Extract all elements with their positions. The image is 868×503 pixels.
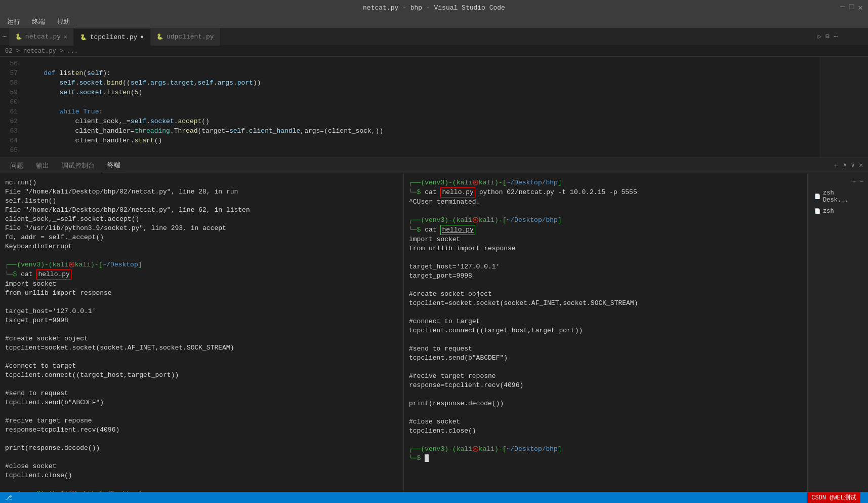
menu-terminal[interactable]: 终端 xyxy=(30,16,47,27)
tab-netcat[interactable]: 🐍 netcat.py ✕ xyxy=(9,28,74,46)
code-area[interactable]: def listen(self): self.socket.bind((self… xyxy=(23,57,820,158)
tr-dash2: )-( xyxy=(444,216,456,224)
terminal-file-icon-1: 📄 xyxy=(814,194,820,200)
tl-cmd-1: └─$ cat hello.py xyxy=(5,269,398,280)
terminal-sidebar-zsh-desk[interactable]: 📄 zsh Desk... xyxy=(810,187,865,206)
tl-comment-send: #send to request xyxy=(5,389,398,398)
tab-netcat-label: netcat.py xyxy=(25,33,61,41)
tr-bracket1: ┌──( xyxy=(409,179,425,186)
tr-close: tcpclient.close() xyxy=(409,427,802,436)
minimap xyxy=(820,57,868,158)
tr-cat-text: cat xyxy=(425,226,440,234)
tl-prompt-dash1: )-( xyxy=(40,261,52,268)
editor-area: 56 57 58 59 60 61 62 63 64 65 def listen… xyxy=(0,57,868,158)
terminal-left[interactable]: nc.run() File "/home/kali/Desktop/bhp/02… xyxy=(0,173,404,503)
tr-kali3: kali xyxy=(457,445,472,453)
panel-tab-debug[interactable]: 调试控制台 xyxy=(57,158,100,173)
tl-bracket-close1: )-[ xyxy=(91,261,102,268)
tr-dash1: )-( xyxy=(444,179,456,186)
tl-comment-close: #close socket xyxy=(5,462,398,471)
tr-send: tcpclient.send(b"ABCDEF") xyxy=(409,354,802,363)
panel-add-btn[interactable]: ＋ xyxy=(833,161,839,170)
tr-blank-3 xyxy=(409,281,802,290)
more-actions-btn[interactable]: ⋯ xyxy=(834,32,838,41)
breadcrumb: 02 > netcat.py > ... xyxy=(0,46,868,57)
menu-run[interactable]: 运行 xyxy=(5,16,22,27)
terminal-sidebar-zsh[interactable]: 📄 zsh xyxy=(810,206,865,217)
tab-collapse-btn[interactable]: ⋯ xyxy=(0,28,9,45)
tr-rest-cmd: python 02/netcat.py -t 10.0.2.15 -p 5555 xyxy=(475,188,637,196)
tl-blank-1 xyxy=(5,251,398,260)
panel-area: 问题 输出 调试控制台 终端 ＋ ∧ ∨ ✕ nc.run() File "/h… xyxy=(0,158,868,503)
tr-cmd-1: └─$ cat hello.py python 02/netcat.py -t … xyxy=(409,187,802,198)
tl-cmd-text: cat xyxy=(21,270,36,278)
panel-up-btn[interactable]: ∧ xyxy=(843,161,847,170)
close-btn[interactable]: ✕ xyxy=(858,3,863,13)
tr-connect: tcpclient.connect((target_host,target_po… xyxy=(409,326,802,335)
tl-line-5: client_sock,_=self.socket.accept() xyxy=(5,215,398,224)
breadcrumb-path: 02 > netcat.py > ... xyxy=(5,48,78,55)
terminal-left-content: nc.run() File "/home/kali/Desktop/bhp/02… xyxy=(5,178,398,503)
tcpclient-file-icon: 🐍 xyxy=(80,34,87,41)
tab-udpclient-label: udpclient.py xyxy=(167,33,214,41)
tr-kali2: kali xyxy=(457,216,472,224)
tab-netcat-close[interactable]: ✕ xyxy=(64,33,67,40)
code-line-60 xyxy=(28,97,820,107)
panel-down-btn[interactable]: ∨ xyxy=(851,161,855,170)
window-controls[interactable]: ─ □ ✕ xyxy=(840,3,863,13)
tab-udpclient[interactable]: 🐍 udpclient.py xyxy=(150,28,221,46)
tl-blank-5 xyxy=(5,380,398,389)
panel-tab-issues[interactable]: 问题 xyxy=(5,158,28,173)
tr-sym2: └─$ xyxy=(409,226,425,234)
terminal-right-content: ┌──(venv3)-(kali㉿kali)-[~/Desktop/bhp] └… xyxy=(409,178,802,463)
terminal-right[interactable]: ┌──(venv3)-(kali㉿kali)-[~/Desktop/bhp] └… xyxy=(404,173,807,503)
tr-venv3: venv3 xyxy=(425,445,444,453)
tr-hello-highlight: hello.py xyxy=(440,187,475,198)
tr-import-socket: import socket xyxy=(409,235,802,244)
panel-close-btn[interactable]: ✕ xyxy=(859,161,863,170)
panel-tab-terminal[interactable]: 终端 xyxy=(102,158,126,173)
menu-help[interactable]: 帮助 xyxy=(55,16,72,27)
tl-blank-4 xyxy=(5,353,398,362)
tr-dir-bracket4: ] xyxy=(558,216,562,224)
tab-bar: ⋯ 🐍 netcat.py ✕ 🐍 tcpclient.py ● 🐍 udpcl… xyxy=(0,28,868,46)
line-63: 63 xyxy=(0,126,23,136)
tr-dir-bracket1: )-[ xyxy=(494,179,506,186)
tl-blank-2 xyxy=(5,298,398,307)
tl-close: tcpclient.close() xyxy=(5,471,398,480)
terminal-add-icon[interactable]: ＋ xyxy=(851,178,857,185)
tr-cat-cmd: cat xyxy=(425,188,440,196)
terminal-more-icon[interactable]: ⋯ xyxy=(860,178,863,185)
tr-prompt-1: ┌──(venv3)-(kali㉿kali)-[~/Desktop/bhp] xyxy=(409,178,802,187)
tl-venv: venv3 xyxy=(21,261,40,268)
maximize-btn[interactable]: □ xyxy=(849,3,854,13)
tr-blank-4 xyxy=(409,308,802,317)
title-bar: netcat.py - bhp - Visual Studio Code ─ □… xyxy=(0,0,868,15)
tab-tcpclient[interactable]: 🐍 tcpclient.py ● xyxy=(74,28,150,46)
code-line-56 xyxy=(28,59,820,68)
tl-blank-6 xyxy=(5,407,398,416)
tr-hostname2: kali xyxy=(479,216,494,224)
tab-tcpclient-close[interactable]: ● xyxy=(140,34,144,40)
line-59: 59 xyxy=(0,88,23,97)
line-60: 60 xyxy=(0,97,23,107)
code-line-63: client_handler=threading.Thread(target=s… xyxy=(28,126,820,136)
tr-dir2: ~/Desktop/bhp xyxy=(506,216,557,224)
main-layout: 56 57 58 59 60 61 62 63 64 65 def listen… xyxy=(0,57,868,503)
tr-hello-highlight2: hello.py xyxy=(440,225,475,235)
tl-line-1: nc.run() xyxy=(5,178,398,187)
tr-ctrl-c: ^CUser terminated. xyxy=(409,198,802,207)
panel-tab-controls[interactable]: ＋ ∧ ∨ ✕ xyxy=(833,161,863,170)
line-58: 58 xyxy=(0,78,23,88)
tl-bracket-close2: ] xyxy=(138,261,142,268)
minimize-btn[interactable]: ─ xyxy=(840,3,845,13)
tr-comment-connect: #connect to target xyxy=(409,317,802,326)
panel-tab-output[interactable]: 输出 xyxy=(31,158,54,173)
split-editor-btn[interactable]: ⊟ xyxy=(825,32,830,41)
tr-dir-bracket5: )-[ xyxy=(494,445,506,453)
tl-line-6: File "/usr/lib/python3.9/socket.py", lin… xyxy=(5,224,398,233)
run-btn[interactable]: ▷ xyxy=(818,32,822,41)
tl-prompt-sym1: └─$ xyxy=(5,270,21,278)
run-controls[interactable]: ▷ ⊟ ⋯ xyxy=(818,32,838,41)
tl-host: kali xyxy=(53,261,68,268)
